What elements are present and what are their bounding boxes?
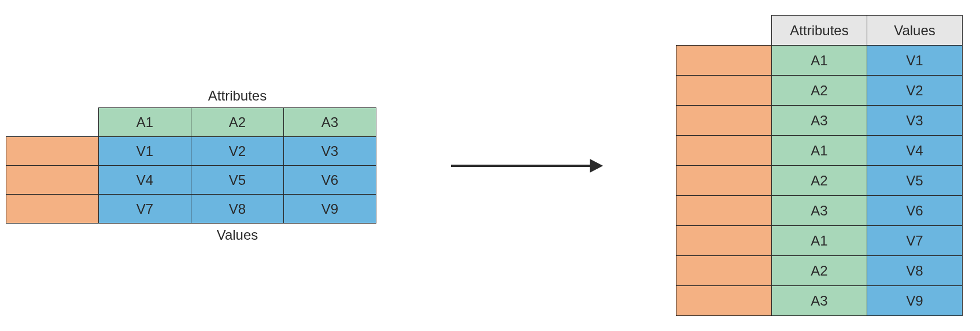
row-id-cell (676, 286, 772, 316)
value-cell: V5 (191, 166, 284, 195)
attr-cell: A3 (772, 106, 867, 136)
attr-header-cell: A3 (284, 108, 376, 137)
table-row: Attributes Values (676, 16, 963, 46)
row-id-cell (676, 196, 772, 226)
table-row: A1 V1 (676, 46, 963, 76)
attr-cell: A2 (772, 166, 867, 196)
row-id-cell (676, 136, 772, 166)
table-row: A1 V4 (676, 136, 963, 166)
table-row: A3 V3 (676, 106, 963, 136)
attr-cell: A3 (772, 286, 867, 316)
value-cell: V7 (99, 195, 191, 224)
row-id-cell (6, 137, 99, 166)
value-cell: V5 (867, 166, 963, 196)
values-label-bottom: Values (98, 227, 376, 243)
row-id-cell (676, 226, 772, 256)
value-cell: V9 (284, 195, 376, 224)
row-id-cell (676, 46, 772, 76)
value-cell: V8 (191, 195, 284, 224)
empty-corner-cell (676, 16, 772, 46)
source-table-wrap: Attributes A1 A2 A3 V1 V2 V3 V4 V5 V6 (6, 88, 376, 243)
table-row: A1 V7 (676, 226, 963, 256)
table-row: V7 V8 V9 (6, 195, 376, 224)
attr-cell: A1 (772, 136, 867, 166)
row-id-cell (676, 76, 772, 106)
value-cell: V4 (867, 136, 963, 166)
attr-cell: A1 (772, 46, 867, 76)
value-cell: V1 (867, 46, 963, 76)
value-cell: V7 (867, 226, 963, 256)
diagram-container: Attributes A1 A2 A3 V1 V2 V3 V4 V5 V6 (0, 0, 980, 331)
attr-cell: A2 (772, 256, 867, 286)
result-table-wrap: Attributes Values A1 V1 A2 V2 A3 V3 A1 (676, 15, 963, 316)
value-cell: V1 (99, 137, 191, 166)
value-cell: V3 (284, 137, 376, 166)
arrow-right-icon (448, 154, 604, 177)
attr-cell: A1 (772, 226, 867, 256)
transform-arrow-wrap (376, 154, 676, 177)
value-cell: V2 (867, 76, 963, 106)
empty-corner-cell (6, 108, 99, 137)
col-header-cell: Values (867, 16, 963, 46)
table-row: A1 A2 A3 (6, 108, 376, 137)
value-cell: V3 (867, 106, 963, 136)
table-row: V1 V2 V3 (6, 137, 376, 166)
row-id-cell (6, 166, 99, 195)
col-header-cell: Attributes (772, 16, 867, 46)
svg-marker-1 (590, 159, 603, 173)
value-cell: V6 (284, 166, 376, 195)
row-id-cell (6, 195, 99, 224)
table-row: A3 V6 (676, 196, 963, 226)
attr-header-cell: A2 (191, 108, 284, 137)
table-row: V4 V5 V6 (6, 166, 376, 195)
table-row: A2 V8 (676, 256, 963, 286)
attr-cell: A2 (772, 76, 867, 106)
value-cell: V4 (99, 166, 191, 195)
attr-header-cell: A1 (99, 108, 191, 137)
row-id-cell (676, 106, 772, 136)
row-id-cell (676, 166, 772, 196)
value-cell: V8 (867, 256, 963, 286)
table-row: A2 V2 (676, 76, 963, 106)
value-cell: V6 (867, 196, 963, 226)
attributes-label-top: Attributes (98, 88, 376, 104)
table-row: A3 V9 (676, 286, 963, 316)
source-table: A1 A2 A3 V1 V2 V3 V4 V5 V6 V7 V8 V9 (6, 107, 376, 224)
row-id-cell (676, 256, 772, 286)
attr-cell: A3 (772, 196, 867, 226)
table-row: A2 V5 (676, 166, 963, 196)
value-cell: V2 (191, 137, 284, 166)
result-table: Attributes Values A1 V1 A2 V2 A3 V3 A1 (676, 15, 963, 316)
value-cell: V9 (867, 286, 963, 316)
